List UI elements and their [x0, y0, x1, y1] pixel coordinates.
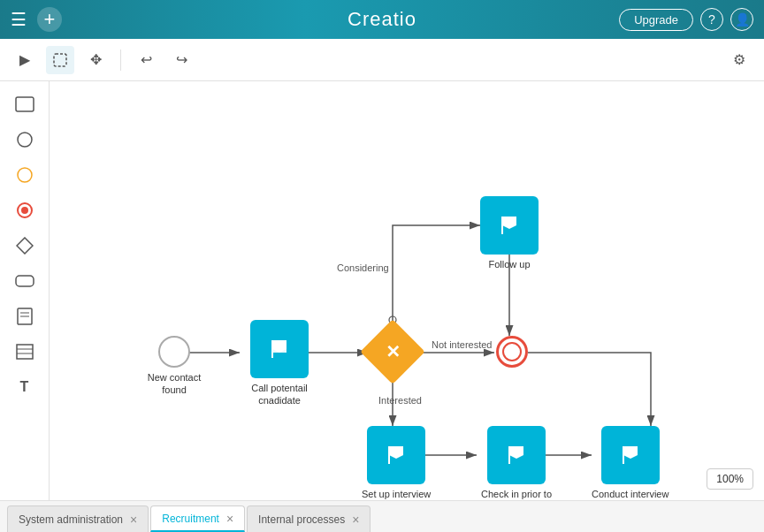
select-tool[interactable]: ▶: [11, 46, 39, 74]
document-icon: [17, 308, 33, 325]
followup-task-box: [480, 196, 539, 255]
tab-internal-processes[interactable]: Internal processes ×: [247, 505, 371, 532]
svg-marker-32: [509, 446, 523, 459]
app-title: Creatio: [348, 8, 416, 31]
node-call-label: Call potentail cnadidate: [240, 382, 319, 407]
checkin-task-box: [487, 426, 546, 484]
gateway-icon: ✕: [386, 341, 401, 362]
diamond-icon: [16, 237, 34, 255]
start-event-shape: [158, 336, 190, 368]
tabs-bar: System administration × Recruitment × In…: [0, 500, 764, 532]
svg-point-3: [18, 168, 32, 182]
setup-flag-icon: [382, 441, 410, 469]
user-icon[interactable]: 👤: [730, 8, 753, 31]
zoom-indicator: 100%: [707, 468, 753, 490]
node-conduct-label: Conduct interview: [592, 488, 668, 500]
diagram-canvas[interactable]: Considering Interested Not interested Ne…: [50, 81, 764, 500]
circle-icon: [16, 131, 34, 148]
svg-rect-11: [17, 345, 33, 359]
shape-circle-orange[interactable]: [9, 159, 41, 191]
node-followup[interactable]: Follow up: [480, 196, 539, 270]
label-considering: Considering: [337, 262, 389, 273]
node-start[interactable]: New contact found: [134, 336, 214, 397]
gateway-shape: ✕: [360, 319, 425, 384]
svg-rect-0: [54, 54, 66, 66]
setup-task-box: [367, 426, 425, 484]
checkin-flag-icon: [502, 441, 531, 469]
menu-icon[interactable]: ☰: [11, 9, 27, 30]
label-interested: Interested: [378, 395, 422, 406]
node-followup-label: Follow up: [488, 258, 530, 270]
svg-marker-34: [623, 446, 638, 459]
node-gateway[interactable]: ✕: [370, 329, 416, 375]
circle-red-icon: [16, 201, 34, 219]
node-setup-label: Set up interview: [362, 488, 431, 500]
shape-circle-red[interactable]: [9, 194, 41, 226]
shape-panel: T: [0, 81, 50, 500]
shape-diamond[interactable]: [9, 230, 41, 262]
upgrade-button[interactable]: Upgrade: [619, 9, 693, 31]
label-not-interested-text: Not interested: [432, 339, 492, 350]
svg-rect-7: [16, 276, 34, 286]
svg-rect-1: [16, 97, 34, 111]
undo-button[interactable]: ↩: [132, 46, 160, 74]
node-conduct[interactable]: Conduct interview: [592, 426, 668, 500]
shape-document[interactable]: [9, 300, 41, 332]
conduct-task-box: [601, 426, 660, 484]
header-right: Upgrade ? 👤: [619, 8, 753, 31]
tab-recruitment-close[interactable]: ×: [226, 512, 233, 526]
node-call[interactable]: Call potentail cnadidate: [240, 320, 319, 407]
redo-button[interactable]: ↪: [167, 46, 195, 74]
settings-button[interactable]: ⚙: [725, 46, 753, 74]
shape-text[interactable]: T: [9, 371, 41, 403]
node-start-label: New contact found: [134, 371, 214, 397]
add-icon[interactable]: +: [37, 7, 62, 32]
circle-orange-icon: [16, 166, 34, 184]
header-left: ☰ +: [11, 7, 62, 32]
tab-internal-processes-label: Internal processes: [258, 513, 345, 526]
tab-recruitment-label: Recruitment: [162, 513, 219, 525]
shape-list[interactable]: [9, 336, 41, 368]
tab-system-administration[interactable]: System administration ×: [7, 505, 149, 532]
followup-flag-icon: [495, 211, 523, 239]
svg-point-2: [18, 133, 32, 147]
node-checkin[interactable]: Check in prior to interview: [477, 426, 556, 500]
tab-recruitment[interactable]: Recruitment ×: [150, 505, 245, 532]
lasso-icon: [52, 52, 68, 68]
shape-rounded-rect[interactable]: [9, 265, 41, 297]
separator-1: [120, 49, 121, 71]
svg-point-5: [21, 207, 28, 214]
shape-circle[interactable]: [9, 124, 41, 156]
main-area: T: [0, 81, 764, 500]
tab-internal-processes-close[interactable]: ×: [352, 513, 359, 527]
svg-marker-30: [389, 446, 403, 459]
end-event-inner-shape: [502, 342, 522, 361]
svg-marker-6: [17, 238, 33, 254]
conduct-flag-icon: [616, 441, 645, 469]
rectangle-icon: [15, 96, 34, 112]
node-setup[interactable]: Set up interview: [362, 426, 431, 500]
lasso-tool[interactable]: [46, 46, 74, 74]
list-icon: [16, 344, 34, 360]
node-not-interested[interactable]: [496, 336, 528, 368]
call-task-box: [250, 320, 309, 378]
tab-system-administration-close[interactable]: ×: [130, 513, 137, 527]
header: ☰ + Creatio Upgrade ? 👤: [0, 0, 764, 39]
tab-system-administration-label: System administration: [19, 513, 123, 526]
help-icon[interactable]: ?: [700, 8, 723, 31]
end-event-shape: [496, 336, 528, 368]
shape-rectangle[interactable]: [9, 88, 41, 120]
node-checkin-label: Check in prior to interview: [477, 488, 556, 500]
toolbar: ▶ ✥ ↩ ↪ ⚙: [0, 39, 764, 81]
task-flag-icon: [265, 335, 294, 363]
hand-tool[interactable]: ✥: [81, 46, 110, 74]
svg-marker-28: [502, 217, 516, 229]
rounded-rect-icon: [15, 273, 34, 289]
